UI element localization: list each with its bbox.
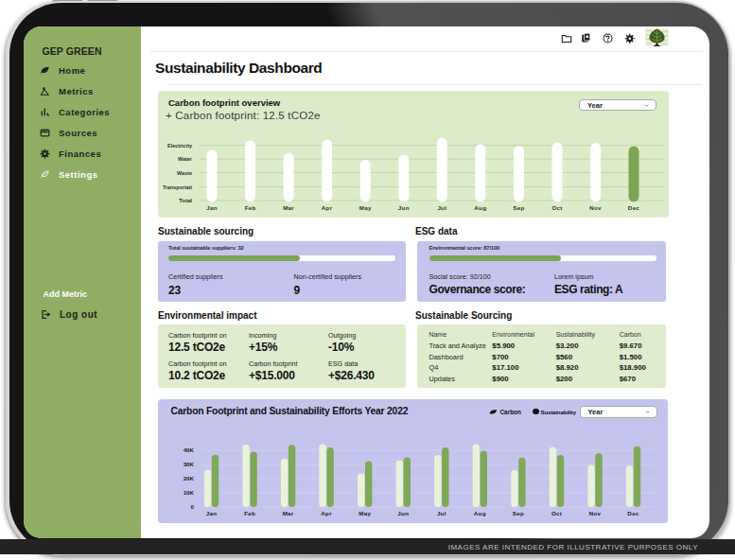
- svg-text:Apr: Apr: [321, 510, 332, 516]
- svg-text:Jan: Jan: [206, 204, 218, 211]
- svg-text:Water: Water: [178, 156, 193, 162]
- svg-text:40K: 40K: [183, 446, 194, 453]
- svg-text:May: May: [359, 204, 371, 211]
- svg-text:Sep: Sep: [513, 204, 524, 211]
- svg-text:May: May: [359, 510, 371, 516]
- svg-text:0: 0: [190, 503, 194, 510]
- svg-text:Sep: Sep: [512, 510, 523, 516]
- svg-text:20K: 20K: [183, 475, 194, 481]
- svg-text:Mar: Mar: [282, 510, 293, 516]
- svg-text:Jan: Jan: [205, 510, 217, 516]
- svg-text:Oct: Oct: [551, 510, 561, 516]
- svg-text:Jun: Jun: [397, 204, 409, 211]
- svg-text:30K: 30K: [183, 461, 194, 467]
- svg-text:Waste: Waste: [177, 170, 193, 176]
- svg-text:Nov: Nov: [588, 510, 601, 516]
- svg-text:Dec: Dec: [627, 510, 639, 516]
- svg-text:Apr: Apr: [321, 204, 332, 211]
- svg-text:Feb: Feb: [244, 510, 255, 516]
- svg-text:Mar: Mar: [283, 204, 294, 211]
- svg-text:Oct: Oct: [551, 204, 562, 211]
- svg-text:Nov: Nov: [589, 204, 602, 211]
- svg-text:Total: Total: [179, 198, 192, 203]
- svg-text:Aug: Aug: [473, 510, 485, 516]
- svg-text:Jun: Jun: [397, 510, 409, 516]
- svg-text:Electricity: Electricity: [167, 143, 193, 149]
- svg-text:Jul: Jul: [436, 510, 446, 516]
- svg-text:Feb: Feb: [244, 204, 255, 211]
- svg-text:Transportati: Transportati: [163, 184, 192, 190]
- svg-text:Jul: Jul: [437, 204, 446, 211]
- svg-text:10K: 10K: [183, 489, 194, 496]
- svg-text:Dec: Dec: [627, 204, 639, 211]
- svg-text:Aug: Aug: [474, 204, 486, 211]
